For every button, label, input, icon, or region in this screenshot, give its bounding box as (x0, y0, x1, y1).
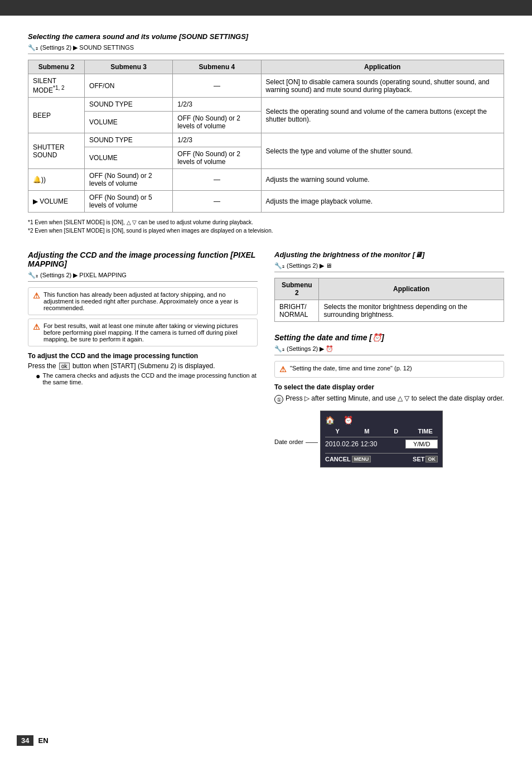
settings2-date-icon: 🔧₂ (274, 345, 284, 353)
playback-volume-app: Adjusts the image playback volume. (261, 191, 504, 213)
beep-volume: VOLUME (85, 112, 173, 133)
beep-app: Selects the operating sound and volume o… (261, 98, 504, 133)
pixel-mapping-breadcrumb-text: (Settings 2) ▶ PIXEL MAPPING (40, 272, 127, 279)
press-text-after: button when [START] (Submenu 2) is displ… (72, 362, 215, 370)
playback-volume-cell: ▶ VOLUME (28, 191, 85, 213)
pixel-mapping-bullet-text: The camera checks and adjusts the CCD an… (42, 372, 258, 385)
right-col: Adjusting the brightness of the monitor … (274, 250, 504, 467)
sound-settings-section: Selecting the camera sound and its volum… (28, 32, 504, 234)
table-row: ▶ VOLUME OFF (No Sound) or 5 levels of v… (28, 191, 504, 213)
pixel-mapping-info1: ⚠ This function has already been adjuste… (28, 287, 258, 315)
date-order-label: Date order (274, 438, 303, 445)
date-time-section: Setting the date and time [⏰] 🔧₂ (Settin… (274, 333, 504, 467)
page-suffix: EN (38, 736, 48, 745)
shutter-volume-val: OFF (No Sound) or 2 levels of volume (173, 147, 261, 169)
footnote-2: *2 Even when [SILENT MODE] is [ON], soun… (28, 228, 504, 234)
step-number: ① (274, 395, 283, 404)
beep-sound-type-val: 1/2/3 (173, 98, 261, 112)
pixel-mapping-info2-text: For best results, wait at least one minu… (43, 322, 253, 343)
playback-icon: ▶ (33, 197, 38, 205)
speaker-icon: 🔔)) (33, 176, 46, 184)
table-row: SILENT MODE*1, 2 OFF/ON — Select [ON] to… (28, 74, 504, 98)
cam-date-value: 2010.02.26 12:30 (325, 440, 402, 448)
col-submenu4: Submenu 4 (173, 60, 261, 74)
silent-mode-submenu3: OFF/ON (85, 74, 173, 98)
ok-badge: OK (425, 456, 438, 462)
beep-volume-val: OFF (No Sound) or 2 levels of volume (173, 112, 261, 133)
date-step-1: ① Press ▷ after setting Minute, and use … (274, 394, 504, 404)
cancel-label: CANCEL (325, 456, 351, 462)
page-number: 34 EN (17, 735, 49, 746)
shutter-sound-cell: SHUTTER SOUND (28, 133, 85, 169)
cam-set-ok: SET OK (413, 456, 438, 462)
bullet-dot: ● (36, 372, 40, 380)
warning-icon-2: ⚠ (33, 322, 40, 331)
settings2-pixel-icon: 🔧₂ (28, 272, 38, 279)
date-time-breadcrumb-text: (Settings 2) ▶ ⏰ (287, 345, 333, 353)
date-time-breadcrumb: 🔧₂ (Settings 2) ▶ ⏰ (274, 345, 504, 355)
monitor-col-app: Application (319, 278, 504, 300)
home-icon: 🏠 (325, 416, 335, 425)
cam-footer: CANCEL MENU SET OK (325, 453, 438, 462)
cam-header-y: Y (325, 428, 350, 435)
monitor-brightness-table: Submenu 2 Application BRIGHT/NORMAL Sele… (274, 278, 504, 322)
top-bar (0, 0, 532, 16)
cam-top-row: 🏠 ⏰ (325, 416, 438, 425)
date-time-info-text: "Setting the date, time and time zone" (… (290, 365, 412, 372)
arrow-line: —— (306, 438, 318, 445)
monitor-col-submenu2: Submenu 2 (275, 278, 319, 300)
silent-mode-cell: SILENT MODE*1, 2 (28, 74, 85, 98)
monitor-brightness-title-em: Adjusting the brightness of the monitor … (274, 250, 424, 259)
cam-data-row: 2010.02.26 12:30 Y/M/D (325, 440, 438, 449)
settings2-icon: 🔧₂ (28, 44, 38, 51)
playback-volume-submenu3: OFF (No Sound) or 5 levels of volume (85, 191, 173, 213)
warning-sound-submenu4: — (173, 169, 261, 191)
shutter-sound-type: SOUND TYPE (85, 133, 173, 147)
camera-screen: 🏠 ⏰ Y M D TIME 2010.02.26 12:30 Y/M/D (320, 411, 443, 467)
clock-icon: ⏰ (372, 333, 381, 342)
sound-settings-title: Selecting the camera sound and its volum… (28, 32, 504, 41)
bright-normal-app: Selects the monitor brightness depending… (319, 300, 504, 322)
menu-badge: MENU (352, 456, 371, 462)
two-col-section: Adjusting the CCD and the image processi… (28, 250, 504, 467)
cam-header-d: D (384, 428, 409, 435)
page-content: Selecting the camera sound and its volum… (0, 16, 532, 484)
date-order-arrow: Date order —— (274, 438, 318, 445)
monitor-brightness-breadcrumb: 🔧₂ (Settings 2) ▶ 🖥 (274, 262, 504, 272)
cam-header-row: Y M D TIME (325, 428, 438, 437)
cam-date-highlight: Y/M/D (405, 440, 438, 449)
pixel-mapping-info2: ⚠ For best results, wait at least one mi… (28, 319, 258, 346)
sound-settings-table: Submenu 2 Submenu 3 Submenu 4 Applicatio… (28, 60, 504, 213)
ok-button[interactable]: ok (59, 363, 70, 370)
date-display-order-heading: To select the date display order (274, 383, 504, 391)
warning-sound-submenu3: OFF (No Sound) or 2 levels of volume (85, 169, 173, 191)
pixel-mapping-press-text: Press the ok button when [START] (Submen… (28, 362, 258, 370)
col-application: Application (261, 60, 504, 74)
table-row: 🔔)) OFF (No Sound) or 2 levels of volume… (28, 169, 504, 191)
pixel-mapping-bullet: ● The camera checks and adjusts the CCD … (36, 372, 258, 385)
date-time-info: ⚠ "Setting the date, time and time zone"… (274, 361, 504, 378)
shutter-volume: VOLUME (85, 147, 173, 169)
monitor-brightness-title: Adjusting the brightness of the monitor … (274, 250, 504, 259)
shutter-sound-type-val: 1/2/3 (173, 133, 261, 147)
warning-sound-cell: 🔔)) (28, 169, 85, 191)
sound-settings-breadcrumb: 🔧₂ (Settings 2) ▶ SOUND SETTINGS (28, 44, 504, 54)
col-submenu2: Submenu 2 (28, 60, 85, 74)
date-time-title: Setting the date and time [⏰] (274, 333, 504, 342)
press-label: Press the (28, 362, 58, 370)
pixel-mapping-info1-text: This function has already been adjusted … (43, 291, 253, 311)
col-submenu3: Submenu 3 (85, 60, 173, 74)
cam-header-time: TIME (413, 428, 438, 435)
warning-sound-app: Adjusts the warning sound volume. (261, 169, 504, 191)
shutter-sound-app: Selects the type and volume of the shutt… (261, 133, 504, 169)
beep-cell: BEEP (28, 98, 85, 133)
pixel-mapping-subheading: To adjust the CCD and the image processi… (28, 352, 258, 360)
sound-settings-breadcrumb-text: (Settings 2) ▶ SOUND SETTINGS (40, 44, 134, 51)
camera-screen-wrapper: Date order —— 🏠 ⏰ Y M D TIME (274, 411, 504, 467)
cam-cancel: CANCEL MENU (325, 456, 371, 462)
silent-mode-app: Select [ON] to disable camera sounds (op… (261, 74, 504, 98)
playback-volume-submenu4: — (173, 191, 261, 213)
monitor-icon: 🖥 (415, 250, 422, 259)
silent-mode-submenu4: — (173, 74, 261, 98)
table-row: BEEP SOUND TYPE 1/2/3 Selects the operat… (28, 98, 504, 112)
